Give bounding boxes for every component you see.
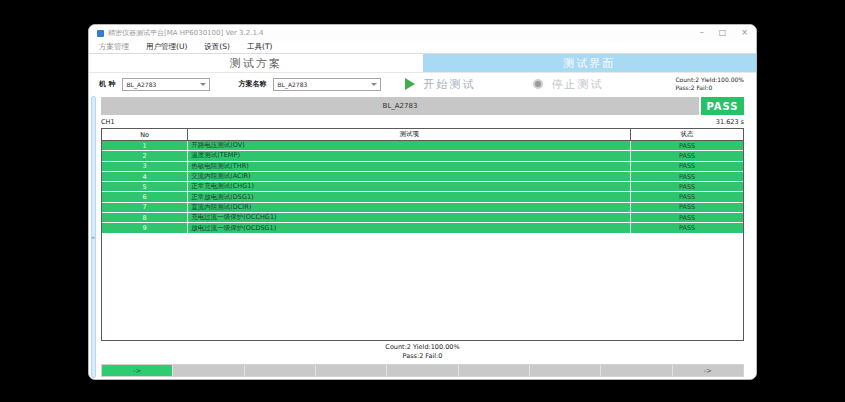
header-test-item: 测试项 <box>187 129 630 140</box>
row-no: 4 <box>102 172 187 181</box>
maximize-button[interactable]: □ <box>719 28 727 38</box>
panel-splitter[interactable]: ▸ <box>91 96 96 378</box>
menu-item-settings[interactable]: 设置(S) <box>204 42 230 52</box>
row-no: 9 <box>102 223 187 232</box>
progress-statusbar: ->-> <box>101 364 744 377</box>
titlebar: 精密仪器测试平台[MA HP6030100] Ver 3.2.1.4 – □ × <box>89 25 756 41</box>
start-test-button[interactable]: 开始测试 <box>423 77 475 92</box>
statusbar-segment <box>173 365 244 376</box>
desktop-background: 精密仪器测试平台[MA HP6030100] Ver 3.2.1.4 – □ ×… <box>0 0 845 402</box>
statusbar-segment <box>530 365 601 376</box>
row-no: 8 <box>102 213 187 222</box>
app-icon <box>97 30 104 37</box>
window-title: 精密仪器测试平台[MA HP6030100] Ver 3.2.1.4 <box>108 28 264 38</box>
elapsed-time: 31.623 s <box>716 118 744 126</box>
row-status: PASS <box>630 141 743 150</box>
row-status: PASS <box>630 203 743 212</box>
table-row[interactable]: 8充电过流一级保护(OCCHG1)PASS <box>102 213 743 223</box>
row-no: 2 <box>102 151 187 160</box>
content-area: ▸ BL_A2783 PASS CH1 31.623 s No 测试项 状态 <box>89 95 756 379</box>
test-statistics: Count:2 Yield:100.00% Pass:2 Fail:0 <box>675 76 746 92</box>
row-status: PASS <box>630 223 743 232</box>
stop-icon <box>533 79 543 89</box>
plan-label: 方案名称 <box>238 79 266 89</box>
row-no: 6 <box>102 192 187 201</box>
table-row[interactable]: 2温度测试(TEMP)PASS <box>102 151 743 161</box>
menubar: 方案管理 用户管理(U) 设置(S) 工具(T) <box>89 41 756 54</box>
table-row[interactable]: 9放电过流一级保护(OCDSG1)PASS <box>102 223 743 233</box>
table-header: No 测试项 状态 <box>102 129 743 141</box>
table-body: 1开路电压测试(OV)PASS2温度测试(TEMP)PASS3热敏电阻测试(TH… <box>102 141 743 234</box>
close-button[interactable]: × <box>741 28 748 38</box>
plan-select[interactable]: BL_A2783 <box>273 78 381 91</box>
row-no: 3 <box>102 162 187 171</box>
footer-count-yield: Count:2 Yield:100.00% <box>101 343 744 352</box>
row-item: 直流内阻测试(DCIR) <box>187 203 630 212</box>
row-item: 充电过流一级保护(OCCHG1) <box>187 213 630 222</box>
row-status: PASS <box>630 213 743 222</box>
toolbar: 机 种 BL_A2783 方案名称 BL_A2783 开始测试 停止测试 Cou… <box>89 73 756 95</box>
statusbar-segment-active: -> <box>102 365 173 376</box>
row-status: PASS <box>630 172 743 181</box>
app-window: 精密仪器测试平台[MA HP6030100] Ver 3.2.1.4 – □ ×… <box>88 24 757 380</box>
table-row[interactable]: 4交流内阻测试(ACIR)PASS <box>102 172 743 182</box>
header-no: No <box>102 129 187 140</box>
statusbar-segment <box>601 365 672 376</box>
window-controls: – □ × <box>700 28 748 38</box>
table-row[interactable]: 1开路电压测试(OV)PASS <box>102 141 743 151</box>
row-status: PASS <box>630 162 743 171</box>
row-no: 5 <box>102 182 187 191</box>
statusbar-segment <box>459 365 530 376</box>
row-item: 热敏电阻测试(THR) <box>187 162 630 171</box>
row-item: 正常放电测试(DSG1) <box>187 192 630 201</box>
tab-test-plan[interactable]: 测试方案 <box>89 54 423 72</box>
device-result-row: BL_A2783 PASS <box>101 97 744 115</box>
minimize-button[interactable]: – <box>700 28 704 38</box>
row-no: 1 <box>102 141 187 150</box>
row-no: 7 <box>102 203 187 212</box>
row-item: 正常充电测试(CHG1) <box>187 182 630 191</box>
table-row[interactable]: 7直流内阻测试(DCIR)PASS <box>102 203 743 213</box>
expand-arrow-icon: ▸ <box>92 235 95 240</box>
tab-bar: 测试方案 测试界面 <box>89 54 756 73</box>
model-select[interactable]: BL_A2783 <box>122 78 210 91</box>
row-status: PASS <box>630 182 743 191</box>
header-status: 状态 <box>630 129 743 140</box>
menu-item-tools[interactable]: 工具(T) <box>247 42 272 52</box>
table-row[interactable]: 6正常放电测试(DSG1)PASS <box>102 192 743 202</box>
channel-label: CH1 <box>101 118 115 126</box>
menu-item-user-management[interactable]: 用户管理(U) <box>146 42 187 52</box>
statusbar-segment <box>316 365 387 376</box>
row-item: 交流内阻测试(ACIR) <box>187 172 630 181</box>
stats-pass-fail: Pass:2 Fail:0 <box>675 84 744 92</box>
table-row[interactable]: 3热敏电阻测试(THR)PASS <box>102 162 743 172</box>
stats-count-yield: Count:2 Yield:100.00% <box>675 76 744 84</box>
row-status: PASS <box>630 192 743 201</box>
statusbar-segment <box>387 365 458 376</box>
statusbar-segment: -> <box>673 365 743 376</box>
footer-pass-fail: Pass:2 Fail:0 <box>101 352 744 361</box>
row-status: PASS <box>630 151 743 160</box>
plan-select-value: BL_A2783 <box>277 81 371 88</box>
main-panel: BL_A2783 PASS CH1 31.623 s No 测试项 状态 1开路… <box>101 95 744 379</box>
statusbar-segment <box>245 365 316 376</box>
test-table: No 测试项 状态 1开路电压测试(OV)PASS2温度测试(TEMP)PASS… <box>101 128 744 341</box>
table-row[interactable]: 5正常充电测试(CHG1)PASS <box>102 182 743 192</box>
play-icon <box>405 78 415 90</box>
chevron-down-icon <box>200 83 206 86</box>
menu-item-plan-management[interactable]: 方案管理 <box>99 42 129 52</box>
tab-test-interface[interactable]: 测试界面 <box>423 54 757 72</box>
row-item: 开路电压测试(OV) <box>187 141 630 150</box>
device-name-bar: BL_A2783 <box>101 97 699 115</box>
row-item: 温度测试(TEMP) <box>187 151 630 160</box>
model-label: 机 种 <box>99 79 115 89</box>
chevron-down-icon <box>371 83 377 86</box>
result-badge: PASS <box>701 97 744 115</box>
row-item: 放电过流一级保护(OCDSG1) <box>187 223 630 232</box>
channel-row: CH1 31.623 s <box>101 115 744 128</box>
footer-statistics: Count:2 Yield:100.00% Pass:2 Fail:0 <box>101 343 744 361</box>
stop-test-button[interactable]: 停止测试 <box>551 77 603 92</box>
model-select-value: BL_A2783 <box>126 81 200 88</box>
